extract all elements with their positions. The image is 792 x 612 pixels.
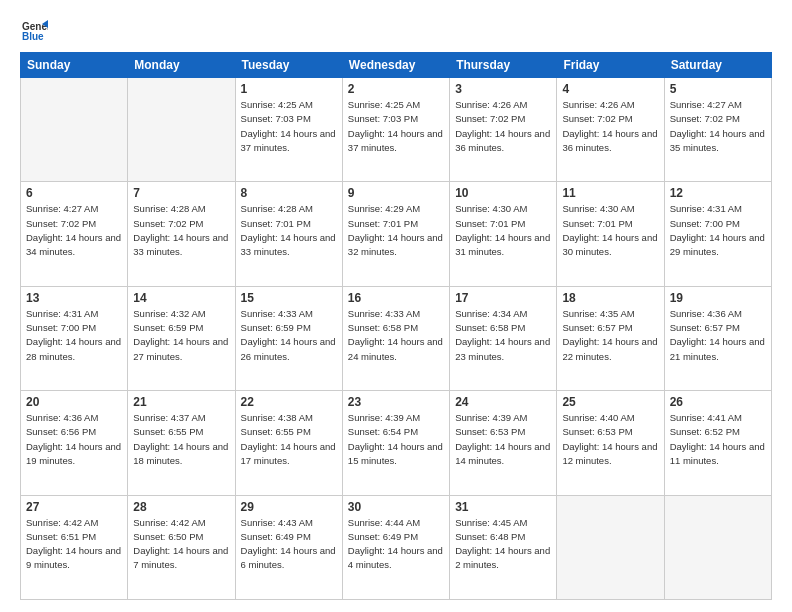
day-detail: Sunrise: 4:44 AMSunset: 6:49 PMDaylight:… [348, 516, 444, 573]
page: General Blue SundayMondayTuesdayWednesda… [0, 0, 792, 612]
day-detail: Sunrise: 4:28 AMSunset: 7:02 PMDaylight:… [133, 202, 229, 259]
day-detail: Sunrise: 4:37 AMSunset: 6:55 PMDaylight:… [133, 411, 229, 468]
day-number: 14 [133, 291, 229, 305]
day-detail: Sunrise: 4:30 AMSunset: 7:01 PMDaylight:… [455, 202, 551, 259]
day-detail: Sunrise: 4:33 AMSunset: 6:58 PMDaylight:… [348, 307, 444, 364]
day-number: 3 [455, 82, 551, 96]
day-detail: Sunrise: 4:32 AMSunset: 6:59 PMDaylight:… [133, 307, 229, 364]
day-number: 21 [133, 395, 229, 409]
day-detail: Sunrise: 4:36 AMSunset: 6:56 PMDaylight:… [26, 411, 122, 468]
day-cell: 19Sunrise: 4:36 AMSunset: 6:57 PMDayligh… [664, 286, 771, 390]
day-number: 25 [562, 395, 658, 409]
day-number: 4 [562, 82, 658, 96]
week-row-1: 1Sunrise: 4:25 AMSunset: 7:03 PMDaylight… [21, 78, 772, 182]
weekday-monday: Monday [128, 53, 235, 78]
logo-icon: General Blue [20, 16, 48, 44]
weekday-wednesday: Wednesday [342, 53, 449, 78]
day-detail: Sunrise: 4:42 AMSunset: 6:50 PMDaylight:… [133, 516, 229, 573]
day-cell: 1Sunrise: 4:25 AMSunset: 7:03 PMDaylight… [235, 78, 342, 182]
day-number: 16 [348, 291, 444, 305]
day-detail: Sunrise: 4:42 AMSunset: 6:51 PMDaylight:… [26, 516, 122, 573]
day-cell: 14Sunrise: 4:32 AMSunset: 6:59 PMDayligh… [128, 286, 235, 390]
weekday-header: SundayMondayTuesdayWednesdayThursdayFrid… [21, 53, 772, 78]
day-number: 24 [455, 395, 551, 409]
day-cell: 29Sunrise: 4:43 AMSunset: 6:49 PMDayligh… [235, 495, 342, 599]
day-number: 17 [455, 291, 551, 305]
day-number: 18 [562, 291, 658, 305]
day-cell: 9Sunrise: 4:29 AMSunset: 7:01 PMDaylight… [342, 182, 449, 286]
week-row-5: 27Sunrise: 4:42 AMSunset: 6:51 PMDayligh… [21, 495, 772, 599]
day-number: 5 [670, 82, 766, 96]
day-number: 8 [241, 186, 337, 200]
day-number: 27 [26, 500, 122, 514]
day-number: 6 [26, 186, 122, 200]
calendar-body: 1Sunrise: 4:25 AMSunset: 7:03 PMDaylight… [21, 78, 772, 600]
day-cell: 20Sunrise: 4:36 AMSunset: 6:56 PMDayligh… [21, 391, 128, 495]
day-cell [128, 78, 235, 182]
day-number: 7 [133, 186, 229, 200]
day-number: 11 [562, 186, 658, 200]
day-number: 19 [670, 291, 766, 305]
day-detail: Sunrise: 4:25 AMSunset: 7:03 PMDaylight:… [241, 98, 337, 155]
day-cell: 26Sunrise: 4:41 AMSunset: 6:52 PMDayligh… [664, 391, 771, 495]
day-number: 15 [241, 291, 337, 305]
weekday-saturday: Saturday [664, 53, 771, 78]
day-detail: Sunrise: 4:26 AMSunset: 7:02 PMDaylight:… [562, 98, 658, 155]
day-detail: Sunrise: 4:33 AMSunset: 6:59 PMDaylight:… [241, 307, 337, 364]
day-number: 22 [241, 395, 337, 409]
day-detail: Sunrise: 4:27 AMSunset: 7:02 PMDaylight:… [26, 202, 122, 259]
day-cell: 24Sunrise: 4:39 AMSunset: 6:53 PMDayligh… [450, 391, 557, 495]
day-detail: Sunrise: 4:30 AMSunset: 7:01 PMDaylight:… [562, 202, 658, 259]
day-cell: 15Sunrise: 4:33 AMSunset: 6:59 PMDayligh… [235, 286, 342, 390]
day-cell: 7Sunrise: 4:28 AMSunset: 7:02 PMDaylight… [128, 182, 235, 286]
week-row-3: 13Sunrise: 4:31 AMSunset: 7:00 PMDayligh… [21, 286, 772, 390]
day-cell [21, 78, 128, 182]
day-cell: 6Sunrise: 4:27 AMSunset: 7:02 PMDaylight… [21, 182, 128, 286]
day-number: 31 [455, 500, 551, 514]
day-cell: 5Sunrise: 4:27 AMSunset: 7:02 PMDaylight… [664, 78, 771, 182]
day-cell: 27Sunrise: 4:42 AMSunset: 6:51 PMDayligh… [21, 495, 128, 599]
day-detail: Sunrise: 4:39 AMSunset: 6:54 PMDaylight:… [348, 411, 444, 468]
day-detail: Sunrise: 4:25 AMSunset: 7:03 PMDaylight:… [348, 98, 444, 155]
weekday-sunday: Sunday [21, 53, 128, 78]
day-detail: Sunrise: 4:41 AMSunset: 6:52 PMDaylight:… [670, 411, 766, 468]
weekday-friday: Friday [557, 53, 664, 78]
day-detail: Sunrise: 4:40 AMSunset: 6:53 PMDaylight:… [562, 411, 658, 468]
day-detail: Sunrise: 4:38 AMSunset: 6:55 PMDaylight:… [241, 411, 337, 468]
day-cell: 2Sunrise: 4:25 AMSunset: 7:03 PMDaylight… [342, 78, 449, 182]
weekday-thursday: Thursday [450, 53, 557, 78]
day-cell: 10Sunrise: 4:30 AMSunset: 7:01 PMDayligh… [450, 182, 557, 286]
day-cell: 8Sunrise: 4:28 AMSunset: 7:01 PMDaylight… [235, 182, 342, 286]
day-number: 9 [348, 186, 444, 200]
day-number: 20 [26, 395, 122, 409]
day-detail: Sunrise: 4:26 AMSunset: 7:02 PMDaylight:… [455, 98, 551, 155]
day-number: 10 [455, 186, 551, 200]
day-cell: 12Sunrise: 4:31 AMSunset: 7:00 PMDayligh… [664, 182, 771, 286]
day-number: 1 [241, 82, 337, 96]
day-cell: 17Sunrise: 4:34 AMSunset: 6:58 PMDayligh… [450, 286, 557, 390]
day-cell: 3Sunrise: 4:26 AMSunset: 7:02 PMDaylight… [450, 78, 557, 182]
day-cell: 11Sunrise: 4:30 AMSunset: 7:01 PMDayligh… [557, 182, 664, 286]
day-cell: 4Sunrise: 4:26 AMSunset: 7:02 PMDaylight… [557, 78, 664, 182]
day-cell: 13Sunrise: 4:31 AMSunset: 7:00 PMDayligh… [21, 286, 128, 390]
day-detail: Sunrise: 4:35 AMSunset: 6:57 PMDaylight:… [562, 307, 658, 364]
day-number: 23 [348, 395, 444, 409]
day-cell: 28Sunrise: 4:42 AMSunset: 6:50 PMDayligh… [128, 495, 235, 599]
day-number: 2 [348, 82, 444, 96]
day-detail: Sunrise: 4:27 AMSunset: 7:02 PMDaylight:… [670, 98, 766, 155]
header: General Blue [20, 16, 772, 44]
day-cell: 21Sunrise: 4:37 AMSunset: 6:55 PMDayligh… [128, 391, 235, 495]
day-detail: Sunrise: 4:31 AMSunset: 7:00 PMDaylight:… [670, 202, 766, 259]
day-detail: Sunrise: 4:45 AMSunset: 6:48 PMDaylight:… [455, 516, 551, 573]
day-number: 13 [26, 291, 122, 305]
day-number: 26 [670, 395, 766, 409]
day-number: 28 [133, 500, 229, 514]
day-detail: Sunrise: 4:28 AMSunset: 7:01 PMDaylight:… [241, 202, 337, 259]
weekday-tuesday: Tuesday [235, 53, 342, 78]
week-row-4: 20Sunrise: 4:36 AMSunset: 6:56 PMDayligh… [21, 391, 772, 495]
week-row-2: 6Sunrise: 4:27 AMSunset: 7:02 PMDaylight… [21, 182, 772, 286]
day-number: 30 [348, 500, 444, 514]
day-number: 12 [670, 186, 766, 200]
day-cell: 31Sunrise: 4:45 AMSunset: 6:48 PMDayligh… [450, 495, 557, 599]
day-detail: Sunrise: 4:29 AMSunset: 7:01 PMDaylight:… [348, 202, 444, 259]
